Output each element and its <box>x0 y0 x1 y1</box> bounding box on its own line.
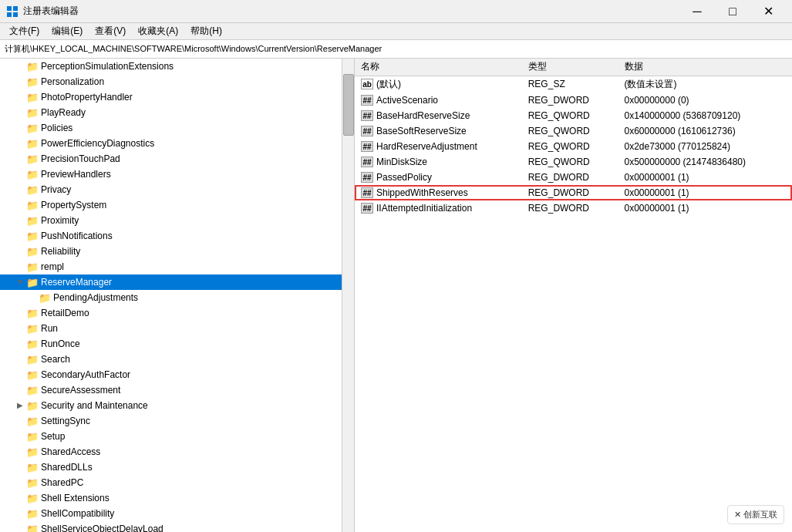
tree-item-Run[interactable]: 📁Run <box>0 321 342 336</box>
expand-arrow[interactable] <box>15 463 25 472</box>
tree-item-Search[interactable]: 📁Search <box>0 352 342 367</box>
expand-arrow[interactable] <box>15 524 25 532</box>
expand-arrow[interactable] <box>15 231 25 241</box>
expand-arrow[interactable] <box>15 93 25 102</box>
tree-item-rempl[interactable]: 📁rempl <box>0 259 342 274</box>
tree-item-ReserveManager[interactable]: ▼📁ReserveManager <box>0 274 342 290</box>
tree-item-Privacy[interactable]: 📁Privacy <box>0 182 342 197</box>
expand-arrow[interactable] <box>15 324 25 333</box>
table-row[interactable]: ##PassedPolicyREG_DWORD0x00000001 (1) <box>355 170 792 185</box>
tree-item-PerceptionSimulationExtensions[interactable]: 📁PerceptionSimulationExtensions <box>0 59 342 74</box>
expand-arrow[interactable] <box>15 185 25 194</box>
tree-scrollbar[interactable] <box>342 59 354 532</box>
table-row[interactable]: ##HardReserveAdjustmentREG_QWORD0x2de730… <box>355 139 792 154</box>
tree-item-label: PendingAdjustments <box>53 292 138 303</box>
tree-item-Setup[interactable]: 📁Setup <box>0 429 342 444</box>
tree-item-SharedDLLs[interactable]: 📁SharedDLLs <box>0 460 342 475</box>
expand-arrow[interactable] <box>15 262 25 271</box>
tree-item-SharedAccess[interactable]: 📁SharedAccess <box>0 444 342 460</box>
tree-item-PlayReady[interactable]: 📁PlayReady <box>0 105 342 120</box>
expand-arrow[interactable] <box>15 308 25 318</box>
table-row[interactable]: ##MinDiskSizeREG_QWORD0x500000000 (21474… <box>355 154 792 170</box>
tree-item-SettingSync[interactable]: 📁SettingSync <box>0 413 342 429</box>
expand-arrow[interactable] <box>15 339 25 348</box>
tree-item-SecondaryAuthFactor[interactable]: 📁SecondaryAuthFactor <box>0 367 342 382</box>
expand-arrow[interactable] <box>15 139 25 148</box>
tree-item-label: RunOnce <box>41 338 80 349</box>
tree-item-PushNotifications[interactable]: 📁PushNotifications <box>0 228 342 244</box>
table-row[interactable]: ##IIAttemptedInitializationREG_DWORD0x00… <box>355 200 792 216</box>
expand-arrow[interactable] <box>15 216 25 225</box>
table-row[interactable]: ##ShippedWithReservesREG_DWORD0x00000001… <box>355 185 792 200</box>
expand-arrow[interactable] <box>28 293 37 302</box>
main-content: 📁PerceptionSimulationExtensions📁Personal… <box>0 59 792 532</box>
expand-arrow[interactable] <box>15 355 25 364</box>
table-row[interactable]: ##BaseHardReserveSizeREG_QWORD0x14000000… <box>355 108 792 123</box>
tree-item-PreviewHandlers[interactable]: 📁PreviewHandlers <box>0 167 342 182</box>
menu-item-V[interactable]: 查看(V) <box>89 23 132 39</box>
row-name-text: ShippedWithReserves <box>376 187 468 198</box>
svg-rect-1 <box>13 6 18 11</box>
tree-item-PrecisionTouchPad[interactable]: 📁PrecisionTouchPad <box>0 151 342 167</box>
dword-icon: ## <box>361 203 373 214</box>
expand-arrow[interactable] <box>15 62 25 71</box>
menu-item-F[interactable]: 文件(F) <box>3 23 45 39</box>
tree-item-label: RetailDemo <box>41 308 89 318</box>
dword-icon: ## <box>361 172 373 183</box>
expand-arrow[interactable] <box>15 247 25 256</box>
expand-arrow[interactable] <box>15 432 25 441</box>
minimize-button[interactable]: ─ <box>679 0 715 23</box>
tree-item-RunOnce[interactable]: 📁RunOnce <box>0 336 342 352</box>
expand-arrow[interactable] <box>15 370 25 379</box>
cell-data: 0x2de73000 (770125824) <box>618 139 793 154</box>
expand-arrow[interactable] <box>15 386 25 395</box>
expand-arrow[interactable] <box>15 154 25 163</box>
tree-item-ShellCompatibility[interactable]: 📁ShellCompatibility <box>0 506 342 521</box>
expand-arrow[interactable] <box>15 509 25 518</box>
tree-item-Personalization[interactable]: 📁Personalization <box>0 74 342 89</box>
table-header-row: 名称 类型 数据 <box>355 59 792 76</box>
tree-item-Policies[interactable]: 📁Policies <box>0 120 342 136</box>
table-row[interactable]: ##BaseSoftReserveSizeREG_QWORD0x60000000… <box>355 123 792 139</box>
expand-arrow[interactable] <box>15 478 25 487</box>
expand-arrow[interactable] <box>15 416 25 426</box>
expand-arrow[interactable] <box>15 170 25 179</box>
tree-item-SecurityAndMaintenance[interactable]: ▶📁Security and Maintenance <box>0 398 342 413</box>
tree-item-label: Personalization <box>41 76 104 87</box>
tree-item-PhotoPropertyHandler[interactable]: 📁PhotoPropertyHandler <box>0 89 342 105</box>
expand-arrow[interactable] <box>15 123 25 133</box>
expand-arrow[interactable]: ▶ <box>15 401 25 410</box>
tree-item-label: Policies <box>41 123 72 133</box>
cell-name: ##BaseHardReserveSize <box>355 108 522 123</box>
expand-arrow[interactable] <box>15 77 25 86</box>
expand-arrow[interactable]: ▼ <box>15 278 25 287</box>
cell-type: REG_SZ <box>522 76 618 93</box>
menu-item-E[interactable]: 编辑(E) <box>45 23 89 39</box>
dword-icon: ## <box>361 95 373 106</box>
tree-item-PowerEfficiencyDiagnostics[interactable]: 📁PowerEfficiencyDiagnostics <box>0 136 342 151</box>
maximize-button[interactable]: □ <box>715 0 750 23</box>
expand-arrow[interactable] <box>15 200 25 210</box>
tree-item-SecureAssessment[interactable]: 📁SecureAssessment <box>0 382 342 398</box>
menu-item-H[interactable]: 帮助(H) <box>184 23 228 39</box>
tree-item-ShellServiceObjectDelayLoad[interactable]: 📁ShellServiceObjectDelayLoad <box>0 521 342 532</box>
expand-arrow[interactable] <box>15 493 25 503</box>
folder-icon: 📁 <box>26 277 39 288</box>
expand-arrow[interactable] <box>15 447 25 456</box>
tree-item-PropertySystem[interactable]: 📁PropertySystem <box>0 197 342 213</box>
table-row[interactable]: ab(默认)REG_SZ(数值未设置) <box>355 76 792 93</box>
tree-item-Proximity[interactable]: 📁Proximity <box>0 213 342 228</box>
window-controls: ─ □ ✕ <box>679 0 786 23</box>
expand-arrow[interactable] <box>15 108 25 117</box>
tree-item-RetailDemo[interactable]: 📁RetailDemo <box>0 305 342 321</box>
scrollbar-thumb[interactable] <box>343 74 354 136</box>
menu-item-A[interactable]: 收藏夹(A) <box>132 23 184 39</box>
close-button[interactable]: ✕ <box>750 0 786 23</box>
watermark: ✕ 创新互联 <box>727 505 784 524</box>
tree-item-SharedPC[interactable]: 📁SharedPC <box>0 475 342 490</box>
folder-icon: 📁 <box>26 184 39 196</box>
tree-item-Reliability[interactable]: 📁Reliability <box>0 244 342 259</box>
table-row[interactable]: ##ActiveScenarioREG_DWORD0x00000000 (0) <box>355 93 792 108</box>
tree-item-ShellExtensions[interactable]: 📁Shell Extensions <box>0 490 342 506</box>
tree-item-PendingAdjustments[interactable]: 📁PendingAdjustments <box>0 290 342 305</box>
